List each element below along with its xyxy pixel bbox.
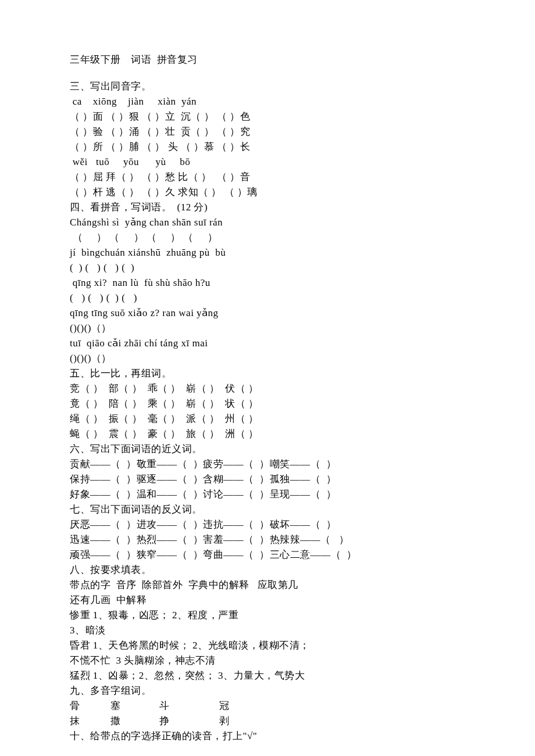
text-line: 竟（ ） 陪（ ） 乘（ ） 崭（ ） 状（ ） — [70, 396, 465, 411]
text-line: 骨 塞 斗 冠 — [70, 698, 465, 714]
text-line: 保持——（ ）驱逐——（ ）含糊——（ ）孤独——（ ） — [70, 472, 465, 487]
text-line: qīng xi? nan lù fù shù shāo h?u — [70, 275, 465, 291]
text-line: 贡献——（ ）敬重——（ ）疲劳——（ ）嘲笑——（ ） — [70, 457, 465, 472]
text-line: 迅速——（ ）热烈——（ ）害羞——（ ）热辣辣——（ ） — [70, 532, 465, 547]
text-line: 好象——（ ）温和——（ ）讨论——（ ）呈现——（ ） — [70, 487, 465, 502]
text-line: （ ）屈 拜（ ） （ ）愁 比（ ） （ ）音 — [70, 170, 465, 185]
document-page: 三年级下册 词语 拼音复习 三、写出同音字。 ca xiōng jiàn xià… — [0, 0, 535, 756]
section-3-heading: 三、写出同音字。 — [70, 79, 465, 94]
text-line: 还有几画 中解释 — [70, 593, 465, 608]
text-line: qīng tīng suō xiǎo z? ran wai yǎng — [70, 306, 465, 321]
text-line: 抹 撒 挣 剥 — [70, 714, 465, 729]
section-7-heading: 七、写出下面词语的反义词。 — [70, 502, 465, 517]
section-6-heading: 六、写出下面词语的近义词。 — [70, 442, 465, 457]
text-line: ()()()（） — [70, 351, 465, 366]
text-line: 带点的字 音序 除部首外 字典中的解释 应取第几 — [70, 578, 465, 593]
text-line: 厌恶——（ ）进攻——（ ）违抗——（ ）破坏——（ ） — [70, 517, 465, 532]
text-line: （ ）所 （ ）脯 （ ） 头 （ ）慕 （ ）长 — [70, 139, 465, 155]
text-line: （ ）杆 逃（ ） （ ）久 求知（ ） （ ）璃 — [70, 185, 465, 200]
text-line: wěi tuō yōu yù bō — [70, 155, 465, 170]
text-line: （ ）验 （ ）涌 （ ）壮 贡（ ） （ ）究 — [70, 124, 465, 139]
text-line: tuī qiāo cǎi zhāi chí táng xī mai — [70, 336, 465, 351]
text-line: 惨重 1、狠毒，凶恶； 2、程度，严重 — [70, 608, 465, 623]
text-line: Chángshì sì yǎng chan shān suī rán — [70, 215, 465, 230]
doc-title: 三年级下册 词语 拼音复习 — [70, 52, 465, 67]
text-line: 顽强——（ ）狭窄——（ ）弯曲——（ ）三心二意——（ ） — [70, 547, 465, 562]
text-line: 竞（ ） 部（ ） 乖（ ） 崭（ ） 伏（ ） — [70, 381, 465, 396]
section-4-heading: 四、看拼音，写词语。 (12 分) — [70, 200, 465, 215]
text-line: 绳（ ） 振（ ） 毫（ ） 派（ ） 州（ ） — [70, 411, 465, 427]
text-line: 猛烈 1、凶暴；2、忽然，突然； 3、力量大，气势大 — [70, 668, 465, 683]
section-10-heading: 十、给带点的字选择正确的读音，打上"√" — [70, 729, 465, 744]
section-5-heading: 五、比一比，再组词。 — [70, 366, 465, 381]
section-9-heading: 九、多音字组词。 — [70, 683, 465, 698]
text-line: 不慌不忙 3 头脑糊涂，神志不清 — [70, 653, 465, 668]
text-line: 昏君 1、天色将黑的时候； 2、光线暗淡，模糊不清； — [70, 638, 465, 653]
text-line: 蝇（ ） 震（ ） 豪（ ） 旅（ ） 洲（ ） — [70, 427, 465, 442]
text-line: ( ) ( ) ( ) ( ) — [70, 291, 465, 306]
text-line: （ ）面 （ ）狠 （ ）立 沉（ ） （ ）色 — [70, 109, 465, 124]
text-line: ()()()（） — [70, 321, 465, 336]
text-line: jí bìngchuán xiánshū zhuāng pù bù — [70, 245, 465, 260]
text-line: 3、暗淡 — [70, 623, 465, 638]
text-line: ( ) ( ) ( ) ( ) — [70, 260, 465, 275]
text-line: ca xiōng jiàn xiàn yán — [70, 94, 465, 109]
section-8-heading: 八、按要求填表。 — [70, 562, 465, 578]
spacer — [70, 67, 465, 79]
text-line: （ ） （ ） （ ） （ ） — [70, 230, 465, 245]
